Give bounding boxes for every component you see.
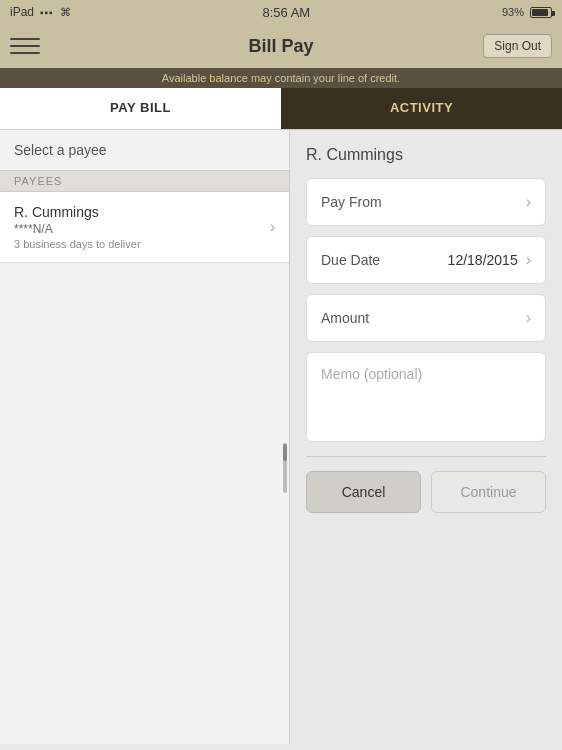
- time-display: 8:56 AM: [262, 5, 310, 20]
- payee-name: R. Cummings: [14, 204, 270, 220]
- menu-line: [10, 45, 40, 47]
- selected-payee-name: R. Cummings: [306, 146, 546, 164]
- tab-activity[interactable]: ACTIVITY: [281, 88, 562, 129]
- divider: [306, 456, 546, 457]
- menu-line: [10, 52, 40, 54]
- status-left: iPad ▪▪▪ ⌘: [10, 5, 71, 19]
- pay-from-label: Pay From: [321, 194, 382, 210]
- chevron-right-icon: ›: [526, 309, 531, 327]
- battery-icon: [530, 7, 552, 18]
- right-panel: R. Cummings Pay From › Due Date 12/18/20…: [290, 130, 562, 744]
- amount-field[interactable]: Amount ›: [306, 294, 546, 342]
- payee-account: ****N/A: [14, 222, 270, 236]
- status-bar: iPad ▪▪▪ ⌘ 8:56 AM 93%: [0, 0, 562, 24]
- pay-from-field[interactable]: Pay From ›: [306, 178, 546, 226]
- sign-out-button[interactable]: Sign Out: [483, 34, 552, 58]
- scroll-indicator: [283, 443, 287, 493]
- payee-info: R. Cummings ****N/A 3 business days to d…: [14, 204, 270, 250]
- chevron-right-icon: ›: [526, 251, 531, 269]
- page-title: Bill Pay: [248, 36, 313, 57]
- payee-item[interactable]: R. Cummings ****N/A 3 business days to d…: [0, 192, 289, 263]
- memo-placeholder: Memo (optional): [321, 366, 422, 382]
- nav-bar: Bill Pay Sign Out: [0, 24, 562, 68]
- chevron-right-icon: ›: [270, 218, 275, 236]
- battery-percent: 93%: [502, 6, 524, 18]
- due-date-label: Due Date: [321, 252, 380, 268]
- cancel-button[interactable]: Cancel: [306, 471, 421, 513]
- device-label: iPad: [10, 5, 34, 19]
- due-date-field[interactable]: Due Date 12/18/2015 ›: [306, 236, 546, 284]
- chevron-right-icon: ›: [526, 193, 531, 211]
- tab-bar: PAY BILL ACTIVITY: [0, 88, 562, 130]
- due-date-value-group: 12/18/2015 ›: [448, 251, 531, 269]
- due-date-value: 12/18/2015: [448, 252, 518, 268]
- continue-button[interactable]: Continue: [431, 471, 546, 513]
- amount-label: Amount: [321, 310, 369, 326]
- status-right: 93%: [502, 6, 552, 18]
- tab-activity-label: ACTIVITY: [390, 100, 453, 115]
- tab-pay-bill-label: PAY BILL: [110, 100, 171, 115]
- signal-icon: ▪▪▪: [40, 7, 54, 18]
- main-layout: Select a payee PAYEES R. Cummings ****N/…: [0, 130, 562, 744]
- battery-fill: [532, 9, 548, 16]
- wifi-icon: ⌘: [60, 6, 71, 19]
- menu-button[interactable]: [10, 31, 40, 61]
- payees-header: PAYEES: [0, 170, 289, 192]
- info-banner: Available balance may contain your line …: [0, 68, 562, 88]
- payee-note: 3 business days to deliver: [14, 238, 270, 250]
- menu-line: [10, 38, 40, 40]
- left-panel: Select a payee PAYEES R. Cummings ****N/…: [0, 130, 290, 744]
- action-buttons: Cancel Continue: [306, 471, 546, 513]
- select-payee-label: Select a payee: [0, 130, 289, 170]
- info-banner-text: Available balance may contain your line …: [162, 72, 400, 84]
- tab-pay-bill[interactable]: PAY BILL: [0, 88, 281, 129]
- memo-field[interactable]: Memo (optional): [306, 352, 546, 442]
